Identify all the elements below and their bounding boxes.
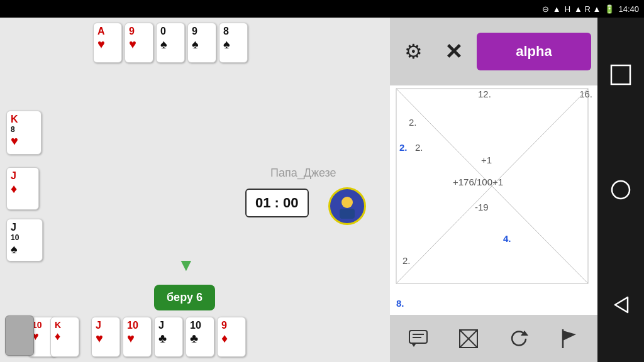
svg-point-0	[341, 197, 353, 208]
nav-back-button[interactable]	[605, 289, 636, 321]
svg-line-4	[492, 89, 588, 186]
bottom-left-cards: 10 ♥ K ♦	[5, 315, 79, 357]
status-minus: ⊖	[542, 4, 549, 14]
score-top-right: 16.	[579, 89, 592, 99]
score-diagram	[390, 85, 597, 315]
svg-marker-19	[615, 297, 628, 312]
score-bottom-blue-left: 8.	[396, 298, 404, 309]
down-arrow-icon: ▼	[177, 255, 195, 275]
top-card-2: 9 ♥	[125, 23, 153, 63]
left-card-k8: K 8 ♥	[6, 111, 42, 155]
top-card-3: 0 ♠	[156, 23, 185, 63]
bottom-card-10-heart: 10 ♥	[123, 317, 152, 357]
score-left-blue: 2.	[399, 142, 408, 153]
nav-square-button[interactable]	[605, 59, 636, 90]
svg-line-3	[396, 89, 492, 186]
score-left1: 2.	[409, 117, 417, 128]
close-button[interactable]: ✕	[436, 35, 470, 69]
status-wifi: ▲	[553, 4, 561, 14]
nav-circle-button[interactable]	[605, 174, 636, 206]
top-cards-row: A ♥ 9 ♥ 0 ♠ 9 ♠ 8 ♠	[93, 23, 248, 63]
svg-rect-17	[611, 65, 630, 84]
score-bottom-left: 2.	[402, 255, 411, 266]
bottom-left-card-k: K ♦	[50, 317, 79, 357]
game-area: A ♥ 9 ♥ 0 ♠ 9 ♠ 8 ♠ K 8 ♥ J ♦ J 10 ♠	[0, 18, 390, 362]
flag-button[interactable]	[552, 322, 586, 356]
status-battery: 🔋	[604, 4, 614, 14]
player-name: Папа_Джезе	[270, 167, 336, 180]
score-inner: 12. 16. 2. 2. 2. +1 +176/100+1 -19 4. 2.…	[390, 85, 597, 315]
score-table: 12. 16. 2. 2. 2. +1 +176/100+1 -19 4. 2.…	[390, 85, 597, 315]
grid-button[interactable]	[452, 322, 486, 356]
bet-button[interactable]: беру 6	[154, 285, 215, 310]
alpha-button[interactable]: alpha	[477, 33, 591, 70]
top-card-1: A ♥	[93, 23, 122, 63]
top-card-5: 8 ♠	[219, 23, 248, 63]
svg-marker-16	[563, 331, 576, 341]
bottom-card-j-heart: J ♥	[91, 317, 120, 357]
bottom-card-10-club: 10 ♣	[186, 317, 214, 357]
top-card-4: 9 ♠	[187, 23, 216, 63]
score-center-mid: +176/100+1	[453, 177, 503, 187]
status-time: 14:40	[618, 4, 639, 14]
settings-button[interactable]: ⚙	[396, 35, 430, 69]
refresh-button[interactable]	[502, 322, 536, 356]
bottom-cards-row: J ♥ 10 ♥ J ♣ 10 ♣ 9 ♦	[91, 317, 246, 357]
bottom-card-9-diamond: 9 ♦	[217, 317, 246, 357]
svg-rect-1	[340, 209, 355, 219]
status-bar: ⊖ ▲ H ▲ R ▲ 🔋 14:40	[0, 0, 644, 18]
status-signal: ▲ R ▲	[574, 4, 601, 14]
svg-point-18	[612, 181, 630, 199]
panel-toolbar	[390, 315, 597, 362]
score-center-bot: -19	[475, 202, 489, 212]
svg-marker-10	[411, 343, 416, 347]
left-card-j-diamond: J ♦	[6, 167, 39, 210]
score-center-top: +1	[481, 155, 492, 165]
chat-button[interactable]	[401, 322, 435, 356]
right-panel: ⚙ ✕ alpha 12. 16. 2. 2. 2. +1 +176/100+1	[390, 18, 597, 362]
score-left2: 2.	[415, 142, 423, 153]
left-card-j10-spade: J 10 ♠	[6, 219, 43, 261]
gray-card-stack	[5, 315, 34, 357]
svg-line-5	[396, 186, 492, 283]
panel-header: ⚙ ✕ alpha	[390, 18, 597, 85]
nav-bar	[597, 18, 644, 362]
status-h: H	[565, 4, 570, 14]
bottom-card-j-club: J ♣	[154, 317, 183, 357]
score-right-blue: 4.	[503, 233, 511, 244]
player-avatar	[328, 187, 366, 225]
card-back	[5, 315, 34, 356]
timer: 01 : 00	[245, 189, 309, 217]
score-top: 12.	[478, 89, 491, 99]
